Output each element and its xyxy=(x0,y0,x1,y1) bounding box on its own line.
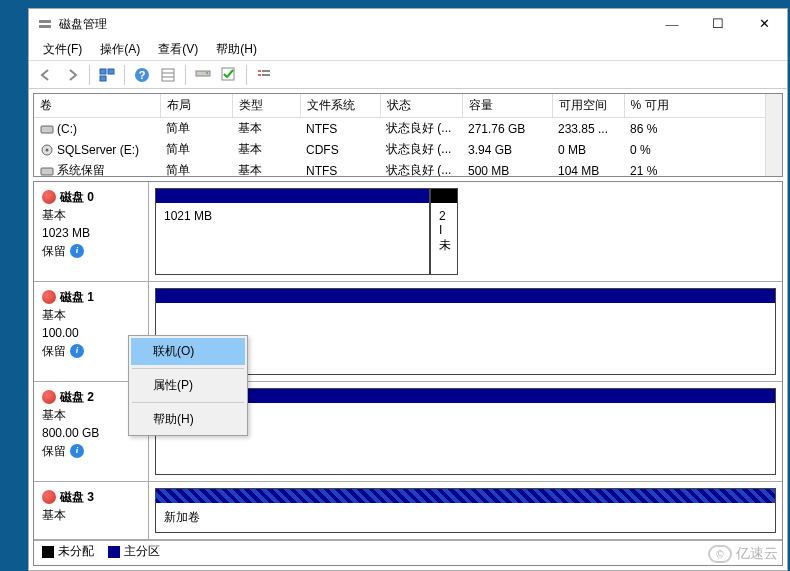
menu-help[interactable]: 帮助(H) xyxy=(208,39,265,60)
disk-body: 1021 MB2 I未 xyxy=(149,182,782,281)
col-percent[interactable]: % 可用 xyxy=(624,94,782,118)
disk-size: 100.00 xyxy=(42,324,140,342)
col-free[interactable]: 可用空间 xyxy=(552,94,624,118)
watermark-icon: © xyxy=(708,545,732,563)
svg-rect-2 xyxy=(100,69,106,74)
svg-rect-20 xyxy=(41,168,53,175)
disk-status-icon xyxy=(42,390,56,404)
disk-size: 800.00 GB xyxy=(42,424,140,442)
partition[interactable]: 新加卷 xyxy=(155,488,776,533)
menu-view[interactable]: 查看(V) xyxy=(150,39,206,60)
col-layout[interactable]: 布局 xyxy=(160,94,232,118)
col-type[interactable]: 类型 xyxy=(232,94,300,118)
disk-status: 保留 xyxy=(42,442,66,460)
svg-text:?: ? xyxy=(139,69,146,81)
legend-unallocated-label: 未分配 xyxy=(58,544,94,558)
toolbar-check-icon[interactable] xyxy=(218,64,240,86)
minimize-button[interactable]: — xyxy=(649,9,695,39)
window-title: 磁盘管理 xyxy=(59,16,649,33)
volume-icon xyxy=(40,165,54,176)
menu-action[interactable]: 操作(A) xyxy=(92,39,148,60)
disk-info[interactable]: 磁盘 0 基本 1023 MB 保留 i xyxy=(34,182,149,281)
partition-label: 1021 MB xyxy=(164,209,421,223)
svg-point-19 xyxy=(46,149,49,152)
svg-point-11 xyxy=(206,72,208,74)
content-area: 卷 布局 类型 文件系统 状态 容量 可用空间 % 可用 (C:)简单基本NTF… xyxy=(29,89,787,570)
close-button[interactable]: ✕ xyxy=(741,9,787,39)
svg-rect-15 xyxy=(258,74,261,76)
context-properties[interactable]: 属性(P) xyxy=(131,372,245,399)
legend-primary-label: 主分区 xyxy=(124,544,160,558)
disk-type: 基本 xyxy=(42,206,140,224)
menubar: 文件(F) 操作(A) 查看(V) 帮助(H) xyxy=(29,39,787,61)
back-button[interactable] xyxy=(35,64,57,86)
disk-row: 磁盘 0 基本 1023 MB 保留 i 1021 MB2 I未 xyxy=(34,182,782,282)
partition[interactable]: 2 I未 xyxy=(430,188,458,275)
context-menu: 联机(O) 属性(P) 帮助(H) xyxy=(128,335,248,436)
info-icon[interactable]: i xyxy=(70,444,84,458)
partition-label: 800.00 GB xyxy=(164,409,767,423)
volume-row[interactable]: (C:)简单基本NTFS状态良好 (...271.76 GB233.85 ...… xyxy=(34,118,782,140)
context-online[interactable]: 联机(O) xyxy=(131,338,245,365)
disk-body: 新加卷 xyxy=(149,482,782,539)
help-icon[interactable]: ? xyxy=(131,64,153,86)
disk-type: 基本 xyxy=(42,506,140,524)
disk-type: 基本 xyxy=(42,406,140,424)
col-fs[interactable]: 文件系统 xyxy=(300,94,380,118)
partition-label: 新加卷 xyxy=(164,509,767,526)
table-scrollbar[interactable] xyxy=(765,94,782,176)
partition[interactable] xyxy=(155,288,776,375)
svg-rect-4 xyxy=(100,76,106,81)
toolbar-view-icon[interactable] xyxy=(96,64,118,86)
disk-management-window: 磁盘管理 — ☐ ✕ 文件(F) 操作(A) 查看(V) 帮助(H) ? xyxy=(28,8,788,571)
col-volume[interactable]: 卷 xyxy=(34,94,160,118)
disk-type: 基本 xyxy=(42,306,140,324)
svg-rect-14 xyxy=(262,70,270,72)
partition[interactable]: 800.00 GB xyxy=(155,388,776,475)
disk-name: 磁盘 3 xyxy=(60,488,94,506)
volume-row[interactable]: SQLServer (E:)简单基本CDFS状态良好 (...3.94 GB0 … xyxy=(34,139,782,160)
disk-size: 1023 MB xyxy=(42,224,140,242)
disk-status: 保留 xyxy=(42,342,66,360)
app-icon xyxy=(37,16,53,32)
svg-rect-17 xyxy=(41,126,53,133)
titlebar[interactable]: 磁盘管理 — ☐ ✕ xyxy=(29,9,787,39)
disk-status-icon xyxy=(42,190,56,204)
partition[interactable]: 1021 MB xyxy=(155,188,430,275)
disk-name: 磁盘 0 xyxy=(60,188,94,206)
maximize-button[interactable]: ☐ xyxy=(695,9,741,39)
volume-icon xyxy=(40,144,54,156)
watermark: © 亿速云 xyxy=(708,545,778,563)
info-icon[interactable]: i xyxy=(70,344,84,358)
legend-unallocated-swatch xyxy=(42,546,54,558)
col-status[interactable]: 状态 xyxy=(380,94,462,118)
col-capacity[interactable]: 容量 xyxy=(462,94,552,118)
disk-status: 保留 xyxy=(42,242,66,260)
svg-rect-7 xyxy=(162,69,174,81)
svg-rect-13 xyxy=(258,70,261,72)
forward-button[interactable] xyxy=(61,64,83,86)
svg-rect-16 xyxy=(262,74,270,76)
volume-icon xyxy=(40,123,54,135)
table-header-row: 卷 布局 类型 文件系统 状态 容量 可用空间 % 可用 xyxy=(34,94,782,118)
disk-name: 磁盘 2 xyxy=(60,388,94,406)
disk-row: 磁盘 3 基本 新加卷 xyxy=(34,482,782,540)
toolbar: ? xyxy=(29,61,787,89)
svg-rect-0 xyxy=(39,20,51,23)
toolbar-disk-icon[interactable] xyxy=(192,64,214,86)
disk-status-icon xyxy=(42,290,56,304)
info-icon[interactable]: i xyxy=(70,244,84,258)
svg-rect-1 xyxy=(39,25,51,28)
disk-info[interactable]: 磁盘 3 基本 xyxy=(34,482,149,539)
toolbar-grid-icon[interactable] xyxy=(157,64,179,86)
volume-table: 卷 布局 类型 文件系统 状态 容量 可用空间 % 可用 (C:)简单基本NTF… xyxy=(33,93,783,177)
menu-file[interactable]: 文件(F) xyxy=(35,39,90,60)
disk-name: 磁盘 1 xyxy=(60,288,94,306)
disk-status-icon xyxy=(42,490,56,504)
volume-row[interactable]: 系统保留简单基本NTFS状态良好 (...500 MB104 MB21 % xyxy=(34,160,782,176)
context-help[interactable]: 帮助(H) xyxy=(131,406,245,433)
watermark-text: 亿速云 xyxy=(736,545,778,563)
svg-rect-3 xyxy=(108,69,114,74)
toolbar-list-icon[interactable] xyxy=(253,64,275,86)
svg-rect-10 xyxy=(196,71,210,76)
